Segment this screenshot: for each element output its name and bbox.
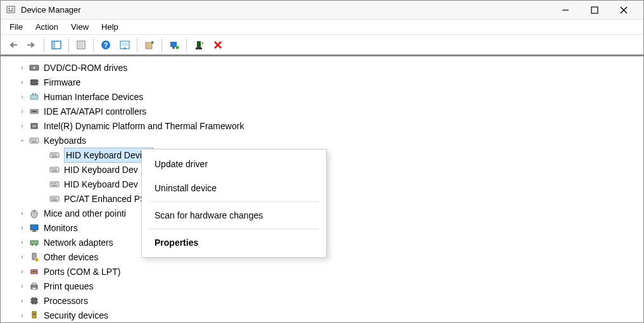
expander-icon[interactable]: › <box>18 250 26 264</box>
svg-point-97 <box>34 313 35 315</box>
context-scan-hardware[interactable]: Scan for hardware changes <box>142 203 326 227</box>
uninstall-device-button[interactable] <box>210 37 226 53</box>
menu-view[interactable]: View <box>65 20 95 34</box>
tree-item-ports[interactable]: › Ports (COM & LPT) <box>1 264 643 279</box>
add-legacy-button[interactable] <box>191 37 207 53</box>
context-properties[interactable]: Properties <box>142 231 326 255</box>
menu-bar: File Action View Help <box>1 20 643 35</box>
svg-rect-64 <box>55 183 56 184</box>
tree-item-processors[interactable]: › Processors <box>1 293 643 308</box>
expander-icon[interactable]: › <box>18 90 26 104</box>
forward-button[interactable] <box>23 37 40 53</box>
show-hide-tree-button[interactable] <box>48 37 65 53</box>
expander-icon[interactable]: › <box>18 265 26 279</box>
close-button[interactable] <box>609 1 638 20</box>
menu-file[interactable]: File <box>3 20 29 34</box>
expander-icon[interactable]: › <box>18 308 26 322</box>
tree-item-intel[interactable]: › Intel(R) Dynamic Platform and Thermal … <box>1 118 643 133</box>
svg-rect-26 <box>172 47 175 49</box>
tree-item-print[interactable]: › Print queues <box>1 279 643 293</box>
toolbar-sep <box>186 38 187 52</box>
svg-rect-5 <box>591 7 598 13</box>
tree-item-security[interactable]: › Security devices <box>1 308 643 322</box>
toolbar-sep <box>93 38 94 52</box>
keyboard-icon <box>49 179 60 189</box>
svg-rect-58 <box>53 168 54 170</box>
port-icon <box>28 267 40 277</box>
svg-rect-66 <box>50 196 59 201</box>
toolbar-sep <box>44 38 44 52</box>
svg-rect-49 <box>35 139 36 141</box>
tree-label: DVD/CD-ROM drives <box>44 61 127 75</box>
svg-rect-77 <box>32 244 33 246</box>
expander-icon[interactable]: › <box>18 279 26 293</box>
printer-icon <box>28 281 40 291</box>
expander-icon[interactable]: › <box>18 221 26 235</box>
scan-hardware-button[interactable] <box>117 37 133 53</box>
svg-rect-74 <box>33 230 35 231</box>
app-icon <box>6 5 16 15</box>
tree-label: Human Interface Devices <box>44 90 143 104</box>
expander-icon[interactable]: › <box>18 206 26 220</box>
tree-item-hid[interactable]: › Human Interface Devices <box>1 89 643 104</box>
menu-action[interactable]: Action <box>29 20 65 34</box>
tree-item-keyboards[interactable]: › Keyboards <box>1 133 643 148</box>
context-update-driver[interactable]: Update driver <box>142 152 326 176</box>
minimize-button[interactable] <box>551 1 580 20</box>
context-menu: Update driver Uninstall device Scan for … <box>141 149 327 258</box>
expander-icon[interactable]: › <box>18 119 26 133</box>
svg-rect-63 <box>53 183 54 184</box>
tree-item-ide[interactable]: › IDE ATA/ATAPI controllers <box>1 104 643 118</box>
svg-rect-39 <box>30 95 38 99</box>
tree-label: Other devices <box>44 250 98 264</box>
update-driver-button[interactable] <box>141 37 158 53</box>
svg-rect-69 <box>55 198 56 199</box>
properties-button[interactable] <box>73 37 89 53</box>
svg-rect-68 <box>53 198 54 199</box>
expander-icon[interactable]: › <box>18 75 26 89</box>
security-icon <box>28 310 40 320</box>
expander-icon[interactable]: › <box>18 61 26 75</box>
svg-point-33 <box>33 66 35 69</box>
expander-icon[interactable]: › <box>18 236 26 250</box>
tree-label: Ports (COM & LPT) <box>44 265 120 279</box>
tree-item-dvd[interactable]: › DVD/CD-ROM drives <box>1 60 643 75</box>
expander-icon[interactable]: › <box>18 104 26 118</box>
svg-rect-67 <box>51 198 53 199</box>
svg-rect-52 <box>51 154 53 155</box>
svg-rect-73 <box>30 225 38 230</box>
svg-point-14 <box>53 46 54 48</box>
svg-rect-50 <box>32 141 37 142</box>
tree-item-firmware[interactable]: › Firmware <box>1 75 643 89</box>
back-button[interactable] <box>4 37 21 53</box>
svg-rect-76 <box>30 241 38 244</box>
svg-point-27 <box>176 46 179 49</box>
tree-label: PC/AT Enhanced PS <box>64 192 146 206</box>
svg-rect-0 <box>7 6 15 13</box>
keyboard-icon <box>49 165 60 175</box>
tree-label: Processors <box>44 294 88 308</box>
toolbar-sep <box>137 38 137 52</box>
context-sep <box>149 201 319 202</box>
svg-rect-78 <box>35 244 37 246</box>
svg-text:?: ? <box>104 41 108 49</box>
tree-label: Intel(R) Dynamic Platform and Thermal Fr… <box>44 119 244 133</box>
tree-label: Security devices <box>44 308 108 322</box>
enable-device-button[interactable] <box>166 37 182 53</box>
menu-help[interactable]: Help <box>95 20 125 34</box>
svg-rect-45 <box>32 125 36 127</box>
svg-rect-70 <box>52 200 57 201</box>
device-tree[interactable]: › DVD/CD-ROM drives › Firmware › Human I… <box>1 56 643 323</box>
svg-rect-53 <box>53 154 54 155</box>
hid-icon <box>28 92 40 102</box>
tree-label: Monitors <box>44 221 78 235</box>
expander-icon[interactable]: › <box>15 137 29 144</box>
keyboard-icon <box>49 194 60 204</box>
svg-rect-85 <box>32 283 36 285</box>
context-uninstall-device[interactable]: Uninstall device <box>142 176 326 200</box>
help-button[interactable]: ? <box>98 37 114 53</box>
svg-rect-57 <box>51 168 53 170</box>
maximize-button[interactable] <box>580 1 609 20</box>
expander-icon[interactable]: › <box>18 294 26 308</box>
svg-text:?: ? <box>36 258 38 262</box>
